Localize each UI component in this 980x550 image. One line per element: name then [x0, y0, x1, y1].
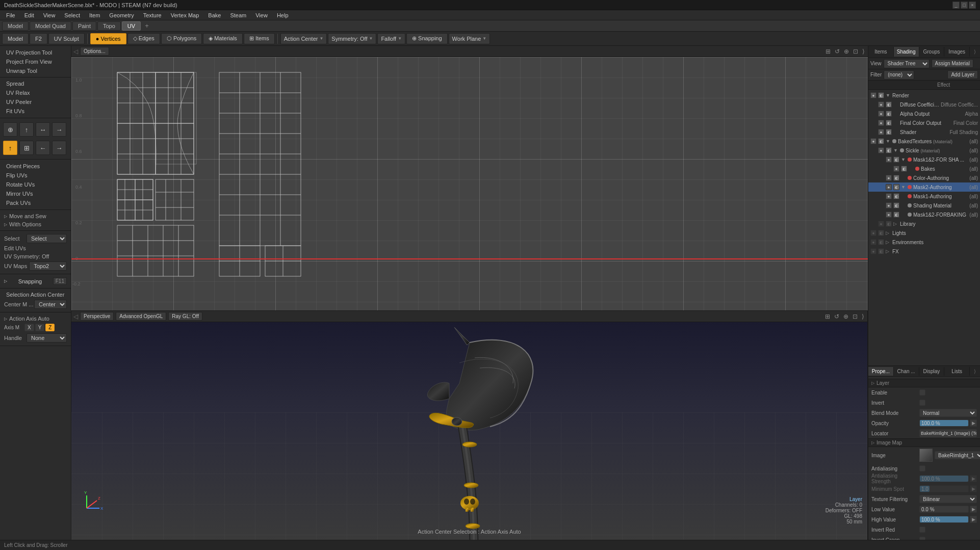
mode-tab-modelquad[interactable]: Model Quad: [30, 21, 71, 31]
ray-gl-btn[interactable]: Ray GL: Off: [168, 312, 202, 321]
render-icon-bakes[interactable]: ◐: [901, 166, 907, 172]
render-icon-finalcolor[interactable]: ◐: [886, 120, 892, 126]
render-icon[interactable]: ◐: [878, 92, 884, 98]
tab-groups[interactable]: Groups: [919, 47, 945, 57]
3d-icon-1[interactable]: ⊞: [824, 312, 831, 321]
expand-icon-library[interactable]: ▷: [893, 221, 898, 226]
filter-dropdown[interactable]: (none): [884, 70, 914, 80]
expand-icon-sickle[interactable]: ▼: [893, 148, 898, 153]
render-icon-environments[interactable]: ◐: [878, 239, 884, 245]
flip-uvs[interactable]: Flip UVs: [0, 171, 71, 180]
3d-icon-3[interactable]: ⊕: [842, 312, 849, 321]
low-value-arrow[interactable]: ▶: [970, 506, 977, 513]
toolbar-snapping-btn[interactable]: ⊕ Snapping: [406, 33, 448, 44]
enable-checkbox[interactable]: [919, 389, 925, 396]
shader-tree[interactable]: ● ◐ ▼ Render ● ◐ Diffuse Coefficient Ou.…: [868, 90, 980, 365]
move-sew-toggle[interactable]: ▷ Move and Sew: [0, 212, 71, 220]
locator-value[interactable]: BakeRimlight_1 (Image) (Text ...: [919, 429, 977, 437]
minimize-button[interactable]: _: [952, 2, 960, 9]
shader-row-fx[interactable]: ● ◐ ▷ FX: [868, 247, 980, 256]
perspective-btn[interactable]: Perspective: [80, 312, 114, 321]
viewport-icon-4[interactable]: ⊡: [852, 47, 859, 56]
menu-edit[interactable]: Edit: [20, 11, 38, 19]
min-spot-slider[interactable]: 1.0: [919, 485, 969, 492]
low-value-slider[interactable]: 0.0 %: [919, 506, 969, 513]
uv-nav-left[interactable]: ◁: [73, 48, 78, 55]
menu-steam[interactable]: Steam: [226, 11, 250, 19]
expand-sidebar-icon[interactable]: ⟩: [970, 49, 980, 55]
vis-icon-shadingmat[interactable]: ●: [886, 202, 892, 208]
aa-strength-slider[interactable]: 100.0 %: [919, 475, 969, 482]
3d-icon-4[interactable]: ⊡: [852, 312, 859, 321]
render-icon-mask1auth[interactable]: ◐: [893, 193, 899, 199]
expand-icon-lights[interactable]: ▷: [886, 230, 891, 235]
vis-icon-diffuse[interactable]: ●: [878, 101, 884, 108]
render-icon-mask12[interactable]: ◐: [893, 156, 899, 163]
mode-tab-uv[interactable]: UV: [122, 21, 141, 31]
shader-row-mask12[interactable]: ● ◐ ▼ Mask1&2-FOR SHA ... (all): [868, 155, 980, 164]
vis-icon-lights[interactable]: ●: [870, 230, 876, 236]
high-value-arrow[interactable]: ▶: [970, 516, 977, 523]
expand-icon[interactable]: ▼: [886, 93, 891, 98]
render-icon-library[interactable]: ◐: [886, 221, 892, 227]
3d-icon-2[interactable]: ↺: [833, 312, 840, 321]
shader-row-mask2auth[interactable]: ● ◐ ▼ Mask2-Authoring (all): [868, 182, 980, 192]
high-value-slider[interactable]: 100.0 %: [919, 516, 969, 523]
shader-row-mask12baking[interactable]: ● ◐ Mask1&2-FORBAKING (all): [868, 210, 980, 219]
toolbar-polygons-btn[interactable]: ⬡ Polygons: [161, 33, 202, 44]
shader-row-diffuse[interactable]: ● ◐ Diffuse Coefficient Ou... Diffuse Co…: [868, 100, 980, 109]
render-icon-shadingmat[interactable]: ◐: [893, 202, 899, 208]
add-layer-btn[interactable]: Add Layer: [947, 70, 978, 79]
shader-row-shadingmat[interactable]: ● ◐ Shading Material (all): [868, 201, 980, 210]
uv-peeler[interactable]: UV Peeler: [0, 97, 71, 107]
shader-row-alpha[interactable]: ● ◐ Alpha Output Alpha: [868, 109, 980, 118]
props-tab-chan[interactable]: Chan ...: [894, 367, 919, 376]
vis-icon-mask12baking[interactable]: ●: [886, 212, 892, 218]
viewport-icon-3[interactable]: ⊕: [843, 47, 850, 56]
aa-strength-arrow[interactable]: ▶: [970, 475, 977, 482]
shader-row-mask1auth[interactable]: ● ◐ Mask1-Authoring (all): [868, 192, 980, 201]
tab-shading[interactable]: Shading: [894, 47, 919, 57]
vis-icon-fx[interactable]: ●: [870, 248, 876, 254]
render-icon-diffuse[interactable]: ◐: [886, 101, 892, 108]
expand-props-icon[interactable]: ⟩: [970, 369, 980, 374]
window-controls[interactable]: _ □ ×: [952, 2, 976, 9]
toolbar-actioncenter-dropdown[interactable]: Action Center ▼: [280, 33, 327, 44]
shader-tree-view-dropdown[interactable]: Shader Tree: [884, 59, 930, 68]
render-icon-lights[interactable]: ◐: [878, 230, 884, 236]
axis-x-btn[interactable]: X: [24, 324, 34, 331]
toolbar-uvsculpt-btn[interactable]: UV Sculpt: [48, 33, 85, 44]
toolbar-symmetry-dropdown[interactable]: Symmetry: Off ▼: [328, 33, 376, 44]
toolbar-falloff-dropdown[interactable]: Falloff ▼: [377, 33, 405, 44]
image-map-section-title[interactable]: ▷ Image Map: [868, 438, 980, 447]
render-icon-mask12baking[interactable]: ◐: [893, 212, 899, 218]
menu-select[interactable]: Select: [60, 11, 84, 19]
toolbar-workplane-dropdown[interactable]: Work Plane ▼: [449, 33, 491, 44]
toolbar-f2-btn[interactable]: F2: [30, 33, 47, 44]
min-spot-arrow[interactable]: ▶: [970, 485, 977, 492]
invert-green-checkbox[interactable]: [919, 537, 925, 540]
tool-icon-1[interactable]: ⊕: [3, 122, 17, 137]
antialiasing-checkbox[interactable]: [919, 465, 925, 472]
menu-view2[interactable]: View: [251, 11, 272, 19]
pack-uvs[interactable]: Pack UVs: [0, 198, 71, 207]
props-tab-display[interactable]: Display: [919, 367, 945, 376]
vis-icon-shader[interactable]: ●: [878, 129, 884, 135]
props-tab-lists[interactable]: Lists: [944, 367, 970, 376]
viewport-icon-1[interactable]: ⊞: [824, 47, 832, 56]
toolbar-model-btn[interactable]: Model: [2, 33, 29, 44]
uv-relax[interactable]: UV Relax: [0, 88, 71, 97]
mirror-uvs[interactable]: Mirror UVs: [0, 189, 71, 198]
tool-icon-6[interactable]: ⊞: [19, 141, 34, 155]
expand-icon-baked[interactable]: ▼: [886, 139, 891, 144]
vis-icon[interactable]: ●: [870, 92, 876, 98]
vis-icon-bakes[interactable]: ●: [893, 166, 899, 172]
mode-tab-topo[interactable]: Topo: [97, 21, 121, 31]
vis-icon-baked[interactable]: ●: [870, 138, 876, 144]
render-icon-baked[interactable]: ◐: [878, 138, 884, 144]
tool-icon-8[interactable]: →: [52, 141, 66, 155]
tab-items[interactable]: Items: [868, 47, 894, 57]
vis-icon-environments[interactable]: ●: [870, 239, 876, 245]
project-from-view[interactable]: Project From View: [0, 57, 71, 66]
expand-icon-mask12[interactable]: ▼: [901, 157, 906, 162]
